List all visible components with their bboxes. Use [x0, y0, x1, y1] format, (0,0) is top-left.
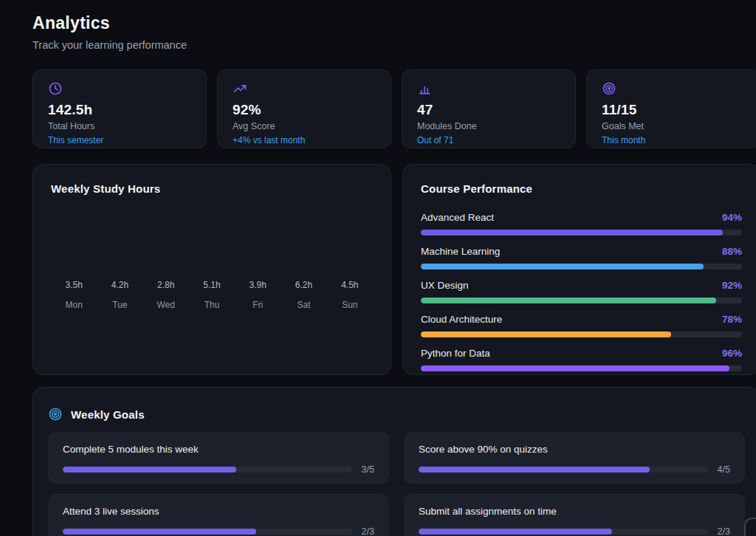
trending-up-icon — [233, 81, 247, 96]
course-progress-fill — [421, 365, 729, 371]
goal-fraction: 2/3 — [718, 526, 730, 536]
goal-progress-fill — [63, 529, 256, 535]
goal-item: Complete 5 modules this week 3/5 — [48, 432, 389, 484]
study-hours-label: 3.5h — [51, 280, 97, 290]
goal-item: Attend 3 live sessions 2/3 — [48, 494, 389, 536]
study-day-column: 4.2h Tue — [97, 280, 142, 310]
goal-progress-fill — [419, 467, 650, 473]
study-hours-label: 5.1h — [189, 280, 235, 290]
course-percent: 88% — [722, 246, 742, 257]
goal-progress-track — [419, 467, 708, 473]
goal-progress-fill — [63, 467, 236, 473]
goal-fraction: 3/5 — [362, 464, 374, 475]
stat-sub: This semester — [48, 135, 191, 145]
study-day-label: Tue — [97, 300, 142, 310]
course-progress-fill — [421, 331, 671, 337]
course-row: Machine Learning 88% — [421, 246, 742, 269]
study-day-column: 3.5h Mon — [51, 280, 97, 310]
stat-value: 47 — [417, 102, 560, 118]
course-percent: 92% — [722, 280, 742, 291]
stat-value: 92% — [233, 102, 376, 118]
weekly-study-hours-card: Weekly Study Hours 3.5h Mon 4.2h Tue 2.8… — [32, 164, 391, 375]
stat-value: 142.5h — [48, 102, 191, 118]
course-progress-fill — [421, 230, 723, 236]
course-row: Python for Data 96% — [421, 348, 742, 371]
course-percent: 96% — [722, 348, 742, 359]
weekly-goals-title: Weekly Goals — [71, 408, 145, 421]
page-title: Analytics — [32, 13, 756, 33]
stat-label: Total Hours — [48, 121, 191, 131]
goal-title: Submit all assignments on time — [419, 506, 730, 517]
course-name: Cloud Architecture — [421, 314, 502, 325]
course-progress-track — [421, 331, 742, 337]
floating-widget-fragment[interactable] — [744, 518, 756, 536]
goal-fraction: 2/3 — [362, 526, 374, 536]
stat-card-total-hours: 142.5h Total Hours This semester — [32, 69, 207, 148]
target-icon — [602, 81, 616, 96]
study-hours-label: 6.2h — [281, 280, 326, 290]
course-percent: 94% — [722, 212, 742, 223]
stat-sub: This month — [602, 135, 745, 145]
goal-item: Score above 90% on quizzes 4/5 — [404, 432, 745, 484]
goal-title: Attend 3 live sessions — [63, 506, 374, 517]
study-hours-label: 3.9h — [235, 280, 281, 290]
goal-title: Complete 5 modules this week — [63, 444, 374, 455]
page-subtitle: Track your learning performance — [32, 39, 756, 51]
stat-card-avg-score: 92% Avg Score +4% vs last month — [217, 69, 391, 148]
goal-fraction: 4/5 — [718, 464, 730, 475]
analytics-page: Analytics Track your learning performanc… — [32, 13, 756, 536]
stat-label: Avg Score — [233, 121, 376, 131]
course-row: Cloud Architecture 78% — [421, 314, 742, 337]
charts-row: Weekly Study Hours 3.5h Mon 4.2h Tue 2.8… — [32, 164, 756, 375]
course-performance-card: Course Performance Advanced React 94% Ma… — [402, 164, 756, 375]
course-name: Python for Data — [421, 348, 490, 359]
course-row: Advanced React 94% — [421, 212, 742, 236]
stat-value: 11/15 — [602, 102, 745, 118]
page-header: Analytics Track your learning performanc… — [32, 13, 756, 51]
stat-sub: Out of 71 — [417, 135, 560, 145]
study-day-column: 2.8h Wed — [143, 280, 189, 310]
study-day-column: 6.2h Sat — [281, 280, 326, 310]
goal-progress-track — [63, 467, 352, 473]
study-day-label: Sat — [281, 300, 326, 310]
weekly-goals-grid: Complete 5 modules this week 3/5 Score a… — [48, 432, 745, 536]
goal-progress-track — [419, 529, 708, 535]
course-progress-track — [421, 230, 742, 236]
study-day-label: Wed — [143, 300, 189, 310]
goal-title: Score above 90% on quizzes — [419, 444, 730, 455]
stat-sub: +4% vs last month — [233, 135, 376, 145]
clock-icon — [48, 81, 63, 96]
study-day-label: Thu — [189, 300, 235, 310]
study-hours-label: 4.2h — [97, 280, 142, 290]
weekly-study-title: Weekly Study Hours — [51, 182, 373, 195]
goal-progress-track — [63, 529, 352, 535]
stat-card-modules-done: 47 Modules Done Out of 71 — [402, 69, 576, 148]
study-hours-label: 2.8h — [143, 280, 189, 290]
course-row: UX Design 92% — [421, 280, 742, 303]
study-day-label: Sun — [327, 300, 373, 310]
stat-label: Modules Done — [417, 121, 560, 131]
course-progress-fill — [421, 264, 704, 269]
course-progress-track — [421, 365, 742, 371]
stats-row: 142.5h Total Hours This semester 92% Avg… — [32, 69, 756, 148]
course-performance-list: Advanced React 94% Machine Learning 88% — [421, 212, 742, 371]
study-day-label: Mon — [51, 300, 97, 310]
course-progress-track — [421, 298, 742, 303]
weekly-goals-card: Weekly Goals Complete 5 modules this wee… — [32, 387, 756, 536]
study-hours-label: 4.5h — [327, 280, 373, 290]
course-performance-title: Course Performance — [421, 182, 742, 195]
study-day-column: 3.9h Fri — [235, 280, 281, 310]
stat-card-goals-met: 11/15 Goals Met This month — [586, 69, 756, 148]
course-name: Machine Learning — [421, 246, 500, 257]
target-icon — [48, 407, 63, 422]
goal-item: Submit all assignments on time 2/3 — [404, 494, 745, 536]
course-name: Advanced React — [421, 212, 494, 223]
course-progress-fill — [421, 298, 716, 303]
weekly-study-chart: 3.5h Mon 4.2h Tue 2.8h Wed 5.1h Thu 3.9h — [51, 280, 373, 310]
course-percent: 78% — [722, 314, 742, 325]
study-day-column: 5.1h Thu — [189, 280, 235, 310]
study-day-column: 4.5h Sun — [327, 280, 373, 310]
weekly-goals-header: Weekly Goals — [48, 407, 745, 422]
goal-progress-fill — [419, 529, 612, 535]
stat-label: Goals Met — [602, 121, 745, 131]
